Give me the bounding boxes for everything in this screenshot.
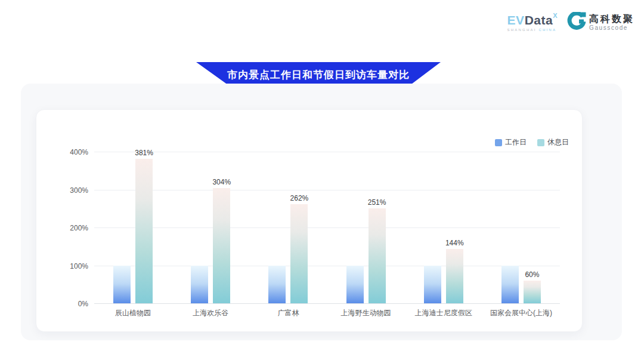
y-tick-300%: 300%	[52, 186, 88, 195]
x-axis-labels: 辰山植物园上海欢乐谷广富林上海野生动物园上海迪士尼度假区国家会展中心(上海)	[94, 308, 560, 318]
workday-bar-5	[424, 266, 441, 304]
barwrap-restday-6: 60%	[524, 281, 541, 303]
bar-value-label-6: 60%	[525, 270, 539, 279]
bar-group-1: 381%	[94, 152, 172, 303]
bar-group-3: 262%	[249, 152, 327, 303]
category-label-1: 辰山植物园	[94, 308, 172, 318]
evdata-sup-x: X	[553, 12, 558, 19]
workday-bar-4	[346, 266, 364, 304]
gausscode-logo: 高科数聚 Gausscode	[567, 12, 634, 33]
category-label-3: 广富林	[249, 308, 327, 318]
category-label-2: 上海欢乐谷	[172, 308, 249, 318]
evdata-data-text: Data	[525, 13, 553, 27]
bar-value-label-1: 381%	[135, 149, 153, 157]
category-label-5: 上海迪士尼度假区	[405, 308, 482, 318]
restday-bar-3	[290, 204, 308, 303]
chart-legend: 工作日休息日	[495, 137, 569, 147]
evdata-subtext-china: CHINA	[538, 28, 556, 32]
legend-label-workday: 工作日	[505, 137, 527, 147]
bar-value-label-2: 304%	[212, 178, 231, 186]
y-tick-100%: 100%	[52, 262, 88, 270]
gausscode-name-en: Gausscode	[589, 25, 634, 31]
y-tick-200%: 200%	[52, 224, 88, 232]
category-label-4: 上海野生动物园	[327, 308, 405, 318]
chart-card: 工作日休息日 400%300%200%100%0%381%304%262%251…	[36, 109, 583, 332]
barwrap-restday-2: 304%	[213, 188, 230, 303]
barwrap-workday-5	[424, 266, 441, 304]
restday-bar-2	[213, 188, 230, 303]
gausscode-text: 高科数聚 Gausscode	[589, 14, 634, 31]
barwrap-restday-4: 251%	[369, 208, 386, 303]
evdata-logo: EVDataX SHANGHAI CHINA	[507, 14, 558, 32]
legend-item-workday[interactable]: 工作日	[495, 137, 527, 147]
bar-group-6: 60%	[482, 152, 560, 303]
legend-item-restday[interactable]: 休息日	[537, 137, 569, 147]
bar-group-5: 144%	[405, 152, 482, 303]
workday-bar-3	[268, 266, 286, 304]
chart-panel: 工作日休息日 400%300%200%100%0%381%304%262%251…	[21, 84, 622, 340]
barwrap-workday-6	[501, 266, 519, 304]
evdata-ev-text: EV	[507, 13, 525, 27]
barwrap-workday-4	[346, 266, 364, 304]
logo-bar: EVDataX SHANGHAI CHINA 高科数聚 Gausscode	[507, 12, 634, 33]
evdata-wordmark: EVDataX	[507, 14, 558, 26]
page-title: 市内景点工作日和节假日到访车量对比	[227, 68, 410, 82]
bar-value-label-5: 144%	[445, 239, 464, 247]
restday-bar-1	[135, 159, 153, 303]
barwrap-workday-1	[113, 266, 131, 304]
evdata-subtext-shanghai: SHANGHAI	[507, 28, 537, 32]
restday-bar-6	[524, 281, 541, 303]
bar-value-label-3: 262%	[290, 194, 309, 202]
chart-plot-area: 400%300%200%100%0%381%304%262%251%144%60…	[94, 152, 560, 303]
barwrap-workday-3	[268, 266, 286, 304]
gausscode-name-cn: 高科数聚	[589, 14, 634, 24]
legend-label-restday: 休息日	[547, 137, 569, 147]
category-label-6: 国家会展中心(上海)	[482, 308, 560, 318]
bar-value-label-4: 251%	[368, 198, 386, 207]
barwrap-restday-1: 381%	[135, 159, 153, 303]
workday-bar-2	[191, 266, 208, 304]
barwrap-restday-3: 262%	[290, 204, 308, 303]
page: EVDataX SHANGHAI CHINA 高科数聚 Gausscode 市	[0, 0, 644, 363]
y-tick-400%: 400%	[52, 148, 88, 156]
bar-group-2: 304%	[172, 152, 249, 303]
bar-groups: 381%304%262%251%144%60%	[94, 152, 560, 303]
gausscode-g-icon	[567, 12, 586, 33]
y-tick-0%: 0%	[52, 300, 88, 308]
legend-swatch-workday	[495, 139, 502, 146]
workday-bar-6	[501, 266, 519, 304]
restday-bar-4	[369, 208, 386, 303]
gridline-0%	[94, 303, 560, 304]
legend-swatch-restday	[537, 139, 544, 146]
workday-bar-1	[113, 266, 131, 304]
restday-bar-5	[446, 249, 463, 303]
bar-group-4: 251%	[327, 152, 405, 303]
barwrap-workday-2	[191, 266, 208, 304]
evdata-subtext: SHANGHAI CHINA	[507, 28, 558, 32]
barwrap-restday-5: 144%	[446, 249, 463, 303]
